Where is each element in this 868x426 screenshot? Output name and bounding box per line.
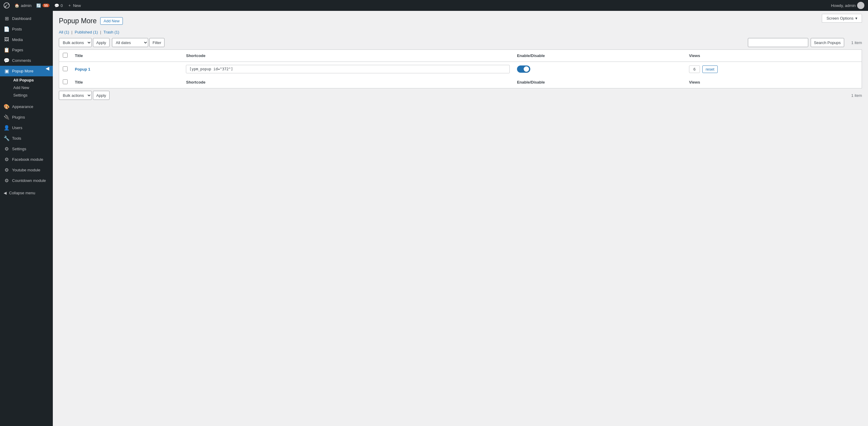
tablenav-top-left: Bulk actions Apply All dates Filter	[59, 38, 164, 47]
plus-icon: ＋	[68, 3, 71, 8]
sidebar-item-users[interactable]: 👤 Users	[0, 123, 53, 133]
select-all-footer	[59, 76, 71, 88]
row-title-cell: Popup 1	[71, 62, 182, 77]
row-shortcode-cell: [ypm_popup id="372"]	[182, 62, 513, 77]
home-icon: 🏠	[14, 3, 19, 8]
users-icon: 👤	[4, 125, 10, 131]
select-all-header	[59, 50, 71, 62]
enable-disable-footer-header: Enable/Disable	[514, 76, 685, 88]
filter-links: All (1) | Published (1) | Trash (1)	[59, 30, 862, 34]
sidebar-sub-all-popups[interactable]: All Popups	[0, 76, 53, 84]
dashboard-icon: ⊞	[4, 16, 10, 22]
comments[interactable]: 💬 0	[54, 3, 63, 8]
page-title: Popup More	[59, 17, 97, 25]
bulk-actions-bottom: Bulk actions Apply	[59, 91, 110, 100]
main-content: Popup More Add New All (1) | Published (…	[53, 11, 868, 426]
sidebar-item-youtube-module[interactable]: ⚙ Youtube module	[0, 165, 53, 175]
sidebar-item-media[interactable]: 🖼 Media	[0, 34, 53, 45]
shortcode-column-header: Shortcode	[182, 50, 513, 62]
enable-disable-column-header: Enable/Disable	[514, 50, 685, 62]
popup-title-link[interactable]: Popup 1	[75, 67, 90, 71]
add-new-button[interactable]: Add New	[100, 17, 123, 25]
howdy[interactable]: Howdy, admin	[831, 2, 864, 9]
sidebar-item-tools[interactable]: 🔧 Tools	[0, 133, 53, 143]
tablenav-top-right: Search Popups 1 item	[748, 38, 862, 47]
dates-select[interactable]: All dates	[112, 38, 148, 47]
tablenav-bottom: Bulk actions Apply 1 item	[59, 91, 862, 100]
toggle-slider	[517, 65, 530, 73]
tools-icon: 🔧	[4, 135, 10, 141]
popups-table: Title Shortcode Enable/Disable Views Pop…	[59, 50, 862, 88]
updates[interactable]: 🔄 55	[36, 3, 49, 8]
sidebar-item-comments[interactable]: 💬 Comments	[0, 55, 53, 66]
views-footer-header: Views	[685, 76, 862, 88]
dates-filter: All dates Filter	[112, 38, 165, 47]
comments-nav-icon: 💬	[4, 58, 10, 63]
search-wrap: Search Popups 1 item	[748, 38, 862, 47]
views-count: 6	[689, 65, 700, 73]
filter-button[interactable]: Filter	[149, 38, 165, 47]
countdown-module-icon: ⚙	[4, 178, 10, 184]
sidebar-item-dashboard[interactable]: ⊞ Dashboard	[0, 13, 53, 24]
new-content[interactable]: ＋ New	[68, 3, 81, 8]
admin-bar: 🏠 admin 🔄 55 💬 0 ＋ New Howdy, admin	[0, 0, 868, 11]
youtube-module-icon: ⚙	[4, 167, 10, 173]
search-input[interactable]	[748, 38, 808, 47]
select-all-checkbox[interactable]	[63, 53, 68, 58]
row-toggle-cell	[514, 62, 685, 77]
title-footer-header[interactable]: Title	[71, 76, 182, 88]
row-checkbox-cell	[59, 62, 71, 77]
sidebar-arrow-icon: ◀	[45, 65, 49, 71]
facebook-module-icon: ⚙	[4, 157, 10, 162]
tablenav-bottom-left: Bulk actions Apply	[59, 91, 110, 100]
enable-disable-toggle[interactable]	[517, 65, 530, 73]
reset-views-button[interactable]: reset	[702, 65, 718, 73]
table-footer-row: Title Shortcode Enable/Disable Views	[59, 76, 862, 88]
shortcode-display[interactable]: [ypm_popup id="372"]	[186, 65, 509, 73]
row-checkbox[interactable]	[63, 66, 68, 71]
sidebar-item-pages[interactable]: 📋 Pages	[0, 45, 53, 55]
appearance-icon: 🎨	[4, 104, 10, 109]
views-column-header: Views	[685, 50, 862, 62]
search-popups-button[interactable]: Search Popups	[811, 38, 844, 47]
sidebar-sub-add-new[interactable]: Add New	[0, 84, 53, 91]
apply-button-bottom[interactable]: Apply	[93, 91, 110, 100]
sidebar-item-popup-more[interactable]: ▣ Popup More ◀	[0, 66, 53, 76]
bulk-actions-top: Bulk actions Apply	[59, 38, 110, 47]
bulk-actions-select-bottom[interactable]: Bulk actions	[59, 91, 92, 100]
select-all-footer-checkbox[interactable]	[63, 79, 68, 84]
table-header-row: Title Shortcode Enable/Disable Views	[59, 50, 862, 62]
table-row: Popup 1 [ypm_popup id="372"]	[59, 62, 862, 77]
settings-icon: ⚙	[4, 146, 10, 152]
media-icon: 🖼	[4, 37, 10, 42]
row-views-cell: 6 reset	[685, 62, 862, 77]
all-filter-link[interactable]: All (1)	[59, 30, 70, 34]
plugins-icon: 🔌	[4, 114, 10, 120]
bulk-actions-select-top[interactable]: Bulk actions	[59, 38, 92, 47]
sidebar-item-settings[interactable]: ⚙ Settings	[0, 143, 53, 154]
collapse-menu-button[interactable]: ◀ Collapse menu	[0, 188, 53, 198]
screen-options-button[interactable]: Screen Options ▾	[822, 14, 862, 23]
pages-icon: 📋	[4, 47, 10, 53]
avatar	[857, 2, 864, 9]
published-filter-link[interactable]: Published (1)	[75, 30, 99, 34]
comments-icon: 💬	[54, 3, 59, 8]
sidebar: ⊞ Dashboard 📄 Posts 🖼 Media 📋 Pages 💬 Co…	[0, 11, 53, 426]
popup-icon: ▣	[4, 68, 10, 74]
enable-disable-toggle-wrap	[517, 65, 682, 73]
sidebar-item-appearance[interactable]: 🎨 Appearance	[0, 101, 53, 112]
sidebar-item-plugins[interactable]: 🔌 Plugins	[0, 112, 53, 123]
wp-logo[interactable]	[4, 2, 10, 8]
tablenav-top: Bulk actions Apply All dates Filter Sear…	[59, 38, 862, 47]
title-column-header[interactable]: Title	[71, 50, 182, 62]
page-header: Popup More Add New	[59, 17, 862, 25]
apply-button-top[interactable]: Apply	[93, 38, 110, 47]
sidebar-sub-settings[interactable]: Settings	[0, 91, 53, 99]
chevron-down-icon: ▾	[855, 16, 858, 21]
sidebar-item-countdown-module[interactable]: ⚙ Countdown module	[0, 175, 53, 186]
sidebar-item-facebook-module[interactable]: ⚙ Facebook module	[0, 154, 53, 165]
sidebar-item-posts[interactable]: 📄 Posts	[0, 24, 53, 34]
shortcode-footer-header: Shortcode	[182, 76, 513, 88]
admin-home[interactable]: 🏠 admin	[14, 3, 31, 8]
trash-filter-link[interactable]: Trash (1)	[103, 30, 119, 34]
